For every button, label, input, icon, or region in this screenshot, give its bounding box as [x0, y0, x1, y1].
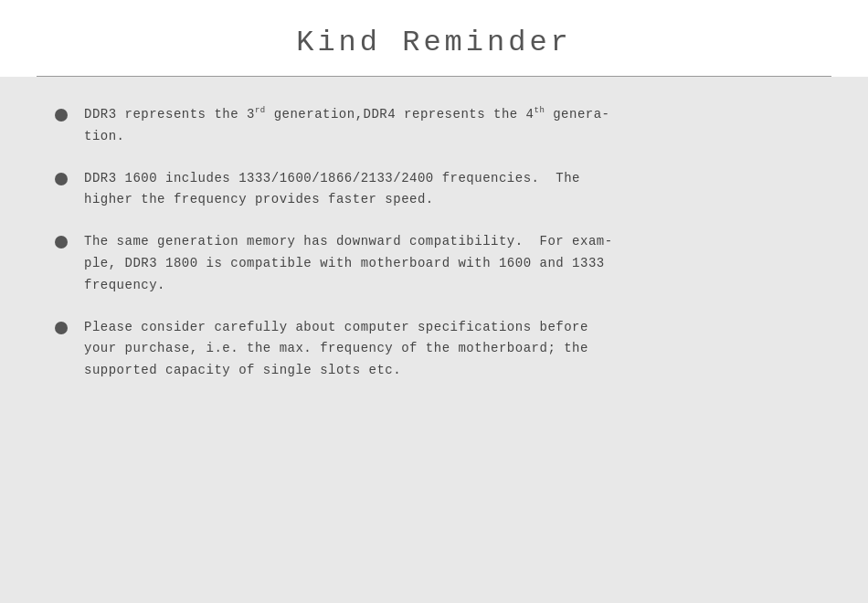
bullet-text-4: Please consider carefully about computer… — [84, 317, 588, 382]
bullet-dot-3 — [55, 236, 68, 249]
header-section: Kind Reminder — [0, 0, 868, 77]
bullet-dot-4 — [55, 322, 68, 334]
bullet-text-2: DDR3 1600 includes 1333/1600/1866/2133/2… — [84, 168, 580, 212]
bullet-text-3: The same generation memory has downward … — [84, 231, 613, 296]
bullet-item-4: Please consider carefully about computer… — [55, 317, 822, 382]
content-section: DDR3 represents the 3rd generation,DDR4 … — [0, 77, 868, 603]
bullet-dot-2 — [55, 173, 68, 185]
bullet-item-3: The same generation memory has downward … — [55, 231, 822, 296]
page-container: Kind Reminder DDR3 represents the 3rd ge… — [0, 0, 868, 603]
bullet-dot-1 — [55, 109, 68, 122]
bullet-text-1: DDR3 represents the 3rd generation,DDR4 … — [84, 104, 610, 148]
page-title: Kind Reminder — [37, 26, 831, 59]
bullet-item-1: DDR3 represents the 3rd generation,DDR4 … — [55, 104, 822, 148]
bullet-item-2: DDR3 1600 includes 1333/1600/1866/2133/2… — [55, 168, 822, 212]
